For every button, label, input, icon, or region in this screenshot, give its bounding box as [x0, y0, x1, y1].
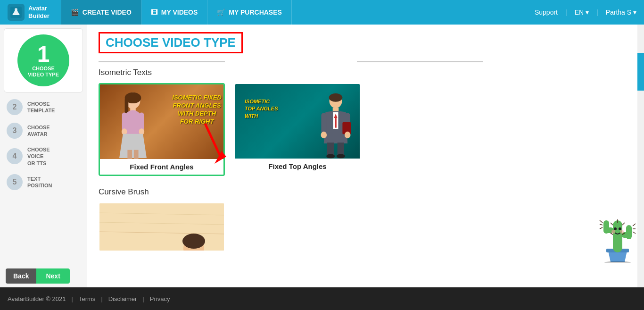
svg-rect-13	[127, 150, 132, 159]
thumb-text-2: ISOMETIC TOP ANGLES WITH	[245, 98, 278, 120]
create-video-icon: 🎬	[71, 8, 79, 16]
step-4-label: CHOOSEVOICEOR TTS	[27, 146, 50, 167]
thumb-cursive-1	[99, 203, 225, 251]
sidebar-step-3[interactable]: 3 CHOOSEAVATAR	[4, 120, 83, 142]
logo[interactable]: Avatar Builder	[8, 4, 50, 21]
thumb-fixed-top: ISOMETIC TOP ANGLES WITH	[235, 84, 361, 159]
content-scrollbar[interactable]	[637, 25, 644, 287]
svg-line-48	[633, 224, 636, 226]
page-title: CHOOSE VIDEO TYPE	[99, 32, 243, 53]
step-5-label: TEXTPOSITION	[27, 176, 52, 189]
sidebar: 1 CHOOSEVIDEO TYPE 2 CHOOSETEMPLATE 3 CH…	[0, 25, 87, 287]
svg-point-27	[345, 132, 351, 138]
footer-disclaimer-link[interactable]: Disclaimer	[108, 295, 137, 302]
sidebar-step-2[interactable]: 2 CHOOSETEMPLATE	[4, 96, 83, 118]
svg-rect-5	[125, 98, 129, 114]
svg-line-50	[633, 232, 636, 234]
step-2-circle: 2	[7, 99, 23, 115]
sidebar-step-5[interactable]: 5 TEXTPOSITION	[4, 171, 83, 193]
svg-line-53	[622, 223, 625, 225]
footer-terms-link[interactable]: Terms	[79, 295, 95, 302]
card-label-fixed-top: Fixed Top Angles	[235, 159, 360, 174]
user-menu[interactable]: Partha S ▾	[606, 8, 636, 16]
svg-rect-23	[321, 113, 326, 134]
svg-rect-14	[134, 150, 139, 159]
thumb-bg-1: ISOMETIC FIXED FRONT ANGLES WITH DEPTH F…	[100, 84, 225, 159]
step-4-circle: 4	[7, 148, 23, 164]
svg-marker-12	[119, 134, 147, 158]
next-button[interactable]: Next	[36, 268, 69, 284]
svg-point-56	[614, 227, 617, 230]
step-3-circle: 3	[7, 123, 23, 139]
video-card-cursive-1[interactable]	[99, 202, 225, 251]
svg-point-57	[619, 227, 621, 230]
svg-point-31	[337, 154, 345, 159]
svg-point-10	[122, 128, 127, 135]
footer-privacy-link[interactable]: Privacy	[150, 295, 170, 302]
card-label-fixed-front: Fixed Front Angles	[100, 159, 223, 175]
footer-copyright: AvatarBuilder © 2021	[8, 295, 66, 302]
svg-marker-38	[608, 251, 627, 262]
cactus-mascot	[599, 211, 636, 263]
video-card-fixed-top-angles[interactable]: ISOMETIC TOP ANGLES WITH Fixed Top Angle…	[234, 83, 361, 176]
step-2-label: CHOOSETEMPLATE	[27, 101, 55, 114]
svg-rect-42	[603, 220, 609, 234]
svg-line-47	[600, 227, 603, 229]
svg-line-46	[600, 224, 603, 225]
bottom-nav: Back Next	[0, 265, 87, 287]
sidebar-step-4[interactable]: 4 CHOOSEVOICEOR TTS	[4, 143, 83, 169]
sidebar-step-1[interactable]: 1 CHOOSEVIDEO TYPE	[4, 28, 83, 92]
svg-line-51	[611, 223, 613, 225]
footer: AvatarBuilder © 2021 | Terms | Disclaime…	[0, 287, 644, 310]
nav-right: Support | EN ▾ | Partha S ▾	[535, 8, 636, 16]
video-grid-cursive	[99, 202, 626, 251]
svg-point-11	[139, 128, 145, 135]
svg-point-18	[329, 93, 343, 102]
nav-links: 🎬 CREATE VIDEO 🎞 MY VIDEOS 🛒 MY PURCHASE…	[61, 0, 535, 25]
my-purchases-icon: 🛒	[217, 8, 225, 16]
step-5-circle: 5	[7, 174, 23, 190]
svg-point-25	[321, 132, 327, 138]
content-area: CHOOSE VIDEO TYPE Isometric Texts	[87, 25, 637, 287]
thumb-bg-2: ISOMETIC TOP ANGLES WITH	[235, 84, 361, 159]
step-3-label: CHOOSEAVATAR	[27, 124, 50, 138]
video-grid-isometric: ISOMETIC FIXED FRONT ANGLES WITH DEPTH F…	[99, 83, 626, 176]
support-link[interactable]: Support	[535, 8, 558, 16]
svg-rect-9	[140, 112, 144, 131]
svg-point-58	[611, 230, 615, 234]
svg-point-30	[326, 154, 335, 159]
step-1-circle: 1 CHOOSEVIDEO TYPE	[17, 34, 69, 86]
thumb-text-1: ISOMETIC FIXED FRONT ANGLES WITH DEPTH F…	[172, 94, 222, 126]
back-button[interactable]: Back	[6, 268, 36, 284]
svg-rect-22	[335, 117, 337, 128]
scrollbar-thumb[interactable]	[637, 53, 644, 91]
nav-my-videos[interactable]: 🎞 MY VIDEOS	[141, 0, 208, 25]
svg-point-37	[182, 234, 205, 249]
avatar-male-svg	[314, 90, 357, 159]
my-videos-icon: 🎞	[151, 8, 157, 16]
video-card-fixed-front-angles[interactable]: ISOMETIC FIXED FRONT ANGLES WITH DEPTH F…	[99, 83, 225, 176]
thumb-fixed-front: ISOMETIC FIXED FRONT ANGLES WITH DEPTH F…	[100, 84, 225, 159]
svg-point-59	[620, 230, 624, 234]
divider-1	[99, 61, 225, 62]
svg-line-45	[600, 220, 603, 223]
top-navigation: Avatar Builder 🎬 CREATE VIDEO 🎞 MY VIDEO…	[0, 0, 644, 25]
svg-rect-8	[122, 112, 127, 131]
logo-text: Avatar Builder	[28, 5, 50, 19]
logo-icon	[8, 4, 25, 21]
main-layout: 1 CHOOSEVIDEO TYPE 2 CHOOSETEMPLATE 3 CH…	[0, 25, 644, 287]
divider-2	[357, 61, 483, 62]
sidebar-lower-steps: 2 CHOOSETEMPLATE 3 CHOOSEAVATAR 4 CHOOSE…	[0, 96, 87, 265]
svg-rect-44	[626, 225, 632, 239]
svg-point-2	[15, 8, 17, 11]
svg-rect-40	[613, 220, 622, 252]
avatar-female-svg	[109, 91, 157, 159]
section-dividers	[99, 61, 626, 62]
content-wrapper: CHOOSE VIDEO TYPE Isometric Texts	[87, 25, 644, 287]
svg-point-60	[604, 261, 631, 263]
language-selector[interactable]: EN ▾	[575, 8, 589, 16]
section-isometric-texts-label: Isometric Texts	[99, 68, 626, 77]
nav-create-video[interactable]: 🎬 CREATE VIDEO	[61, 0, 141, 25]
nav-my-purchases[interactable]: 🛒 MY PURCHASES	[207, 0, 292, 25]
section-cursive-brush-label: Cursive Brush	[99, 187, 626, 197]
